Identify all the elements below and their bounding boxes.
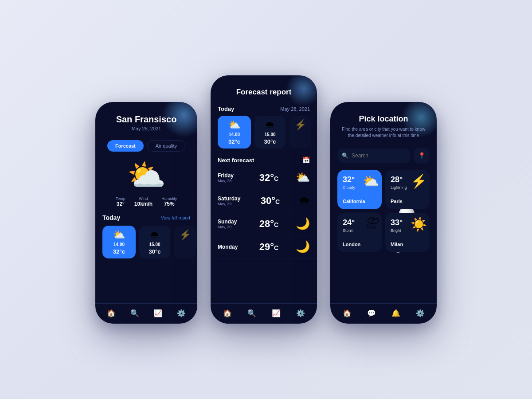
p3-nav-settings[interactable]: ⚙️ [416, 309, 425, 317]
card-time-1: 14.00 [113, 242, 125, 247]
p1-city: San Fransisco [104, 114, 188, 125]
nav-search[interactable]: 🔍 [130, 309, 139, 317]
phones-container: San Fransisco May 28, 2021 Forecast Air … [95, 75, 437, 324]
p2-next-row: Next forecast 📅 [211, 154, 317, 166]
p3-nav-home[interactable]: 🏠 [343, 309, 352, 317]
p3-title: Pick location [339, 114, 428, 124]
p3-subtitle: Find the area or city that you want to k… [339, 126, 428, 139]
nav-home[interactable]: 🏠 [107, 309, 116, 317]
p1-stat-humidity: Humidity 75% [161, 196, 177, 207]
tab-air-quality[interactable]: Air quality [147, 140, 185, 152]
p2-today-row: Today May 28, 2021 [211, 104, 317, 116]
p3-nav-chat[interactable]: 💬 [367, 309, 376, 317]
hourly-card-3[interactable]: ⚡ [174, 226, 196, 258]
forecast-row-1: Friday May, 28 32°C ⛅ [211, 166, 317, 189]
p1-stat-wind: Wind 10km/h [134, 196, 153, 207]
p3-header: Pick location Find the area or city that… [330, 102, 437, 143]
p2-hourly-cards: ⛅ 14.00 32°c 🌧 15.00 30°c ⚡ [211, 116, 317, 154]
location-button[interactable]: 📍 [414, 148, 430, 164]
location-card-london[interactable]: 24° Storm London ⛈ [337, 213, 382, 252]
card-temp-1: 32°c [113, 248, 125, 255]
paris-weather-icon: ⚡ [411, 173, 427, 189]
phone-3: Pick location Find the area or city that… [330, 102, 437, 324]
p2-hourly-card-2[interactable]: 🌧 15.00 30°c [254, 116, 286, 149]
hourly-card-2[interactable]: 🌧 15.00 30°c [139, 226, 170, 258]
hourly-card-active[interactable]: ⛅ 14.00 32°c [102, 226, 136, 258]
p2-navbar: 🏠 🔍 📈 ⚙️ [211, 303, 317, 324]
p3-locations-grid: 32° Cloudy California ⛅ 28° Lightning Pa… [330, 168, 437, 254]
california-weather-icon: ⛅ [363, 173, 379, 189]
card-icon-1: ⛅ [113, 229, 125, 241]
p1-date: May 28, 2021 [104, 126, 188, 131]
location-card-paris[interactable]: 28° Lightning Paris ⚡ [385, 170, 430, 209]
p1-cards: ⛅ 14.00 32°c 🌧 15.00 30°c ⚡ [95, 223, 197, 261]
p2-nav-settings[interactable]: ⚙️ [296, 309, 305, 317]
p1-today-section: Today View full report [95, 211, 197, 223]
p1-stats: Temp 32° Wind 10km/h Humidity 75% [95, 193, 197, 211]
card-icon-3: ⚡ [179, 229, 191, 241]
p2-nav-home[interactable]: 🏠 [223, 309, 232, 317]
forecast-row-4: Monday 29°C 🌙 [211, 235, 317, 258]
phone-2: Forecast report Today May 28, 2021 ⛅ 14.… [211, 75, 317, 324]
p3-navbar: 🏠 💬 🔔 ⚙️ [330, 303, 437, 324]
location-card-california[interactable]: 32° Cloudy California ⛅ [337, 170, 382, 209]
p1-navbar: 🏠 🔍 📈 ⚙️ [95, 303, 197, 324]
card-temp-2: 30°c [149, 248, 161, 255]
p3-search-wrapper: 🔍 [337, 149, 410, 163]
tab-forecast[interactable]: Forecast [107, 140, 144, 152]
p2-header: Forecast report [211, 75, 317, 104]
p3-search-row: 🔍 📍 [330, 143, 437, 168]
p1-header: San Fransisco May 28, 2021 [95, 102, 197, 137]
milan-weather-icon: ☀️ [411, 216, 427, 232]
p2-hourly-card-3[interactable]: ⚡ [289, 116, 311, 149]
calendar-icon[interactable]: 📅 [302, 156, 310, 164]
london-weather-icon: ⛈ [366, 216, 379, 231]
p3-nav-bell[interactable]: 🔔 [391, 309, 400, 317]
search-icon: 🔍 [342, 153, 348, 159]
phone-1: San Fransisco May 28, 2021 Forecast Air … [95, 102, 197, 324]
nav-settings[interactable]: ⚙️ [177, 309, 186, 317]
p2-nav-chart[interactable]: 📈 [272, 309, 281, 317]
p1-tabs: Forecast Air quality [95, 137, 197, 155]
forecast-row-2: Saturday May, 29 30°C 🌧 [211, 189, 317, 212]
p1-weather-icon: ⛅ [95, 155, 197, 193]
card-time-2: 15.00 [149, 242, 160, 247]
card-icon-2: 🌧 [150, 229, 160, 241]
p1-stat-temp: Temp 32° [116, 196, 125, 207]
nav-chart[interactable]: 📈 [153, 309, 162, 317]
p2-hourly-card-1[interactable]: ⛅ 14.00 32°c [218, 116, 251, 149]
p2-title: Forecast report [219, 88, 308, 97]
p2-nav-search[interactable]: 🔍 [247, 309, 256, 317]
forecast-row-3: Sunday May, 30 28°C 🌙 [211, 212, 317, 235]
location-card-milan[interactable]: 33° Bright Milan ☀️ [385, 213, 430, 252]
